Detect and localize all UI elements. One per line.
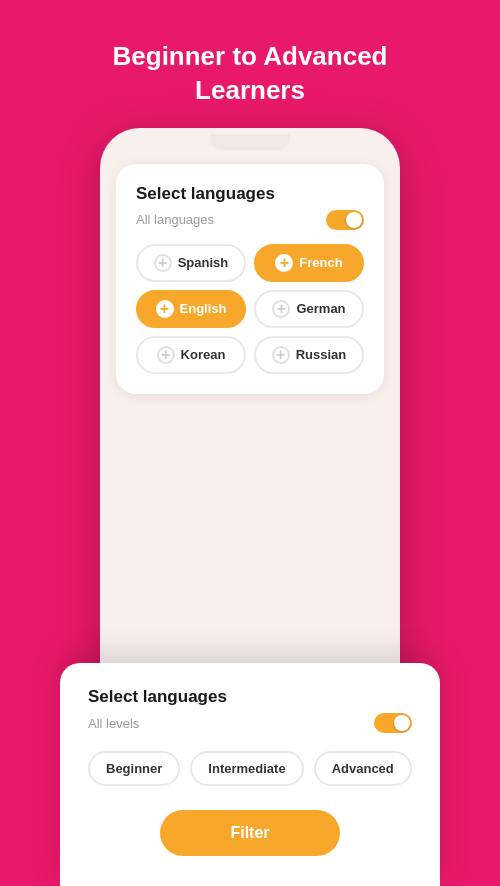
language-button-russian[interactable]: + Russian [254, 336, 364, 374]
language-card-subtitle-row: All languages [136, 210, 364, 230]
language-label-spanish: Spanish [178, 255, 229, 270]
language-label-french: French [299, 255, 342, 270]
plus-icon-german: + [272, 300, 290, 318]
levels-row: Beginner Intermediate Advanced [88, 751, 412, 786]
level-button-beginner[interactable]: Beginner [88, 751, 180, 786]
page-title: Beginner to Advanced Learners [90, 40, 410, 108]
language-grid: + Spanish + French + English + German + … [136, 244, 364, 374]
plus-icon-spanish: + [154, 254, 172, 272]
filter-button[interactable]: Filter [160, 810, 340, 856]
language-label-korean: Korean [181, 347, 226, 362]
language-label-german: German [296, 301, 345, 316]
level-select-overlay: Select languages All levels Beginner Int… [60, 663, 440, 886]
language-button-english[interactable]: + English [136, 290, 246, 328]
all-languages-toggle[interactable] [326, 210, 364, 230]
level-card-title: Select languages [88, 687, 412, 707]
language-button-korean[interactable]: + Korean [136, 336, 246, 374]
plus-icon-korean: + [157, 346, 175, 364]
plus-icon-english: + [156, 300, 174, 318]
level-subtitle-row: All levels [88, 713, 412, 733]
level-button-advanced[interactable]: Advanced [314, 751, 412, 786]
language-label-russian: Russian [296, 347, 347, 362]
language-card-title: Select languages [136, 184, 364, 204]
plus-icon-russian: + [272, 346, 290, 364]
plus-icon-french: + [275, 254, 293, 272]
language-select-card: Select languages All languages + Spanish… [116, 164, 384, 394]
level-card-subtitle: All levels [88, 716, 139, 731]
language-label-english: English [180, 301, 227, 316]
level-button-intermediate[interactable]: Intermediate [190, 751, 303, 786]
phone-notch [210, 134, 290, 150]
language-card-subtitle: All languages [136, 212, 214, 227]
all-levels-toggle[interactable] [374, 713, 412, 733]
phone-mockup: Select languages All languages + Spanish… [100, 128, 400, 708]
language-button-german[interactable]: + German [254, 290, 364, 328]
language-button-spanish[interactable]: + Spanish [136, 244, 246, 282]
language-button-french[interactable]: + French [254, 244, 364, 282]
